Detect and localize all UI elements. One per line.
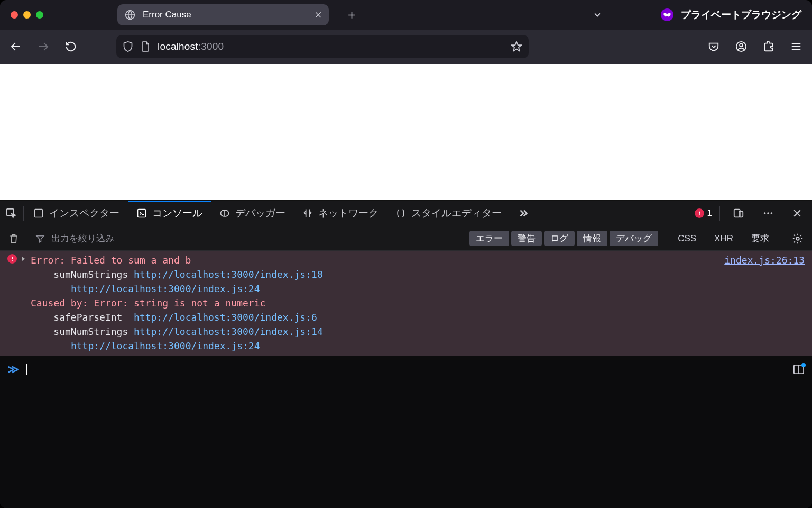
minimize-window-button[interactable] xyxy=(23,11,31,19)
error-source-link[interactable]: index.js:26:13 xyxy=(724,253,805,267)
tab-inspector-label: インスペクター xyxy=(49,206,119,220)
svg-point-2 xyxy=(740,43,743,47)
funnel-icon xyxy=(35,234,45,243)
tab-console[interactable]: コンソール xyxy=(128,201,211,226)
notification-dot xyxy=(801,363,806,367)
separator xyxy=(29,231,29,246)
console-output: Error: Failed to sum a and b sumNumStrin… xyxy=(0,251,812,356)
console-settings-button[interactable] xyxy=(789,233,807,244)
tab-network-label: ネットワーク xyxy=(318,206,379,220)
log-level-filters: エラー 警告 ログ 情報 デバッグ xyxy=(469,231,658,246)
title-bar: Error Cause プライベートブラウジング xyxy=(0,0,812,30)
error-count: 1 xyxy=(707,208,712,219)
url-text: localhost:3000 xyxy=(158,41,503,52)
url-port: :3000 xyxy=(198,41,224,52)
responsive-design-button[interactable] xyxy=(727,207,750,219)
tab-inspector[interactable]: インスペクター xyxy=(25,201,128,226)
expand-toggle[interactable] xyxy=(20,256,26,262)
svg-point-16 xyxy=(12,260,13,261)
console-error-message[interactable]: Error: Failed to sum a and b sumNumStrin… xyxy=(0,251,812,356)
menu-button[interactable] xyxy=(790,40,802,53)
console-input-row[interactable]: ≫ xyxy=(0,356,812,383)
filter-xhr[interactable]: XHR xyxy=(708,233,740,244)
tab-debugger-label: デバッガー xyxy=(235,206,285,220)
svg-point-11 xyxy=(764,212,766,214)
tab-style-editor[interactable]: スタイルエディター xyxy=(387,201,510,226)
error-count-badge[interactable]: 1 xyxy=(695,208,712,219)
globe-icon xyxy=(125,10,135,20)
new-tab-button[interactable] xyxy=(347,10,357,20)
extensions-button[interactable] xyxy=(762,40,775,53)
url-host: localhost xyxy=(158,41,198,52)
zoom-window-button[interactable] xyxy=(36,11,43,19)
filter-input[interactable] xyxy=(50,233,188,244)
url-bar[interactable]: localhost:3000 xyxy=(116,35,529,58)
devtools-right-controls: 1 xyxy=(695,201,812,226)
tab-network[interactable]: ネットワーク xyxy=(294,201,387,226)
browser-tab[interactable]: Error Cause xyxy=(117,4,329,25)
svg-rect-15 xyxy=(12,257,13,260)
filter-log[interactable]: ログ xyxy=(544,231,575,246)
separator xyxy=(665,231,665,246)
mask-icon xyxy=(661,8,673,21)
kebab-menu-button[interactable] xyxy=(757,207,779,219)
pocket-button[interactable] xyxy=(707,40,720,53)
devtools-tab-bar: インスペクター コンソール デバッガー ネットワーク スタイルエディター xyxy=(0,200,812,226)
navigation-toolbar: localhost:3000 xyxy=(0,30,812,64)
private-browsing-indicator: プライベートブラウジング xyxy=(661,8,805,22)
account-button[interactable] xyxy=(735,40,748,53)
svg-point-14 xyxy=(796,237,799,240)
element-picker-button[interactable] xyxy=(0,201,22,226)
svg-point-13 xyxy=(771,212,773,214)
filter-warning[interactable]: 警告 xyxy=(511,231,542,246)
reload-button[interactable] xyxy=(64,40,77,53)
filter-requests[interactable]: 要求 xyxy=(745,232,776,244)
close-tab-button[interactable] xyxy=(314,11,322,19)
source-link-text[interactable]: index.js:26:13 xyxy=(724,255,805,266)
svg-point-8 xyxy=(699,214,700,215)
tab-debugger[interactable]: デバッガー xyxy=(211,201,294,226)
editor-toggle-button[interactable] xyxy=(793,364,805,375)
svg-rect-4 xyxy=(35,210,43,217)
error-icon xyxy=(7,254,17,264)
filter-error[interactable]: エラー xyxy=(469,231,509,246)
svg-rect-7 xyxy=(699,212,700,214)
separator xyxy=(463,231,463,246)
all-tabs-button[interactable] xyxy=(592,10,603,20)
private-browsing-label: プライベートブラウジング xyxy=(681,8,801,22)
error-icon xyxy=(695,208,704,218)
tab-style-editor-label: スタイルエディター xyxy=(411,206,502,220)
devtools-panel: インスペクター コンソール デバッガー ネットワーク スタイルエディター xyxy=(0,200,812,508)
prompt-icon: ≫ xyxy=(7,363,19,376)
tab-console-label: コンソール xyxy=(152,206,202,220)
console-filter-bar: エラー 警告 ログ 情報 デバッグ CSS XHR 要求 xyxy=(0,226,812,251)
clear-console-button[interactable] xyxy=(5,233,22,244)
filter-debug[interactable]: デバッグ xyxy=(610,231,658,246)
close-devtools-button[interactable] xyxy=(787,208,808,219)
filter-info[interactable]: 情報 xyxy=(577,231,607,246)
separator xyxy=(719,206,720,221)
separator xyxy=(782,231,782,246)
back-button[interactable] xyxy=(10,40,22,53)
window-controls xyxy=(11,11,43,19)
filter-css[interactable]: CSS xyxy=(671,233,703,244)
error-gutter xyxy=(7,253,26,264)
tabs-overflow-button[interactable] xyxy=(510,201,537,226)
shield-icon[interactable] xyxy=(123,41,133,52)
page-icon[interactable] xyxy=(141,41,150,52)
forward-button[interactable] xyxy=(37,40,50,53)
tab-title: Error Cause xyxy=(143,10,307,20)
browser-window: Error Cause プライベートブラウジング xyxy=(0,0,812,508)
bookmark-button[interactable] xyxy=(511,41,522,52)
svg-point-12 xyxy=(767,212,769,214)
page-content xyxy=(0,64,812,200)
close-window-button[interactable] xyxy=(11,11,18,19)
text-caret xyxy=(26,364,27,375)
